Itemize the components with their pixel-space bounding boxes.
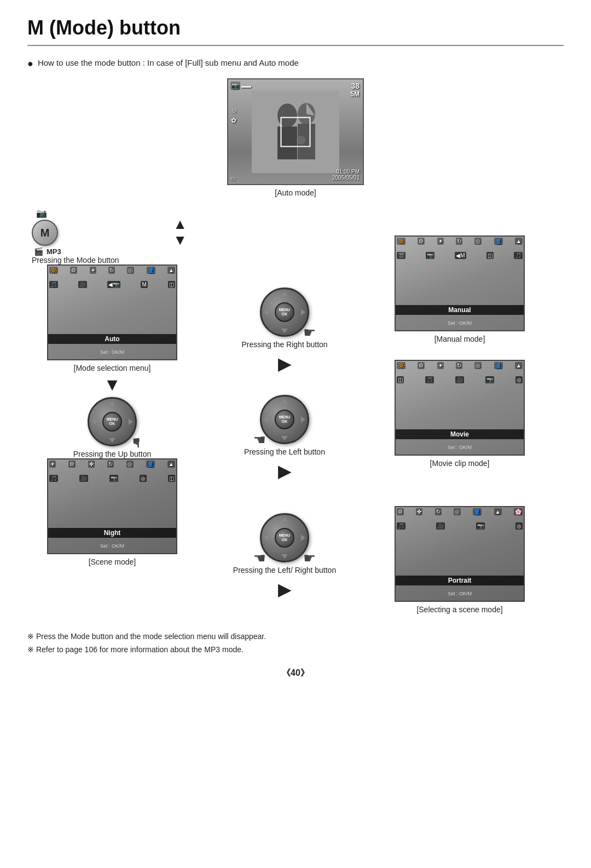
- preview-size: 5M: [350, 90, 360, 98]
- mp3-label: MP3: [47, 248, 61, 256]
- mv-icon-1: 🔆: [397, 362, 405, 369]
- preview-date: 2005/05/01: [332, 175, 360, 181]
- m-icon-e: 🎵: [514, 252, 523, 259]
- left-menu-dial: MENUOK: [260, 395, 309, 444]
- preview-bottom-info: 01:00 PM 2005/05/01: [332, 169, 360, 181]
- double-arrow-vertical: ▲ ▼: [173, 216, 187, 248]
- col-right: 🔆 ⚙ ✦ ↻ ◎ 👤 ▲ 🎬 📷 ◀M ◫ 🎵 Manual Set : OK…: [372, 208, 547, 614]
- mode-top-icons: 🔆 ⚙ ✦ ↻ ◎ 👤 ▲: [49, 267, 175, 274]
- hand-left-icon: ☛: [253, 432, 266, 449]
- set-ok-movie: Set : OK/M: [396, 445, 524, 450]
- lr-menu-ok: MENUOK: [279, 533, 291, 543]
- mv-icon-b: 🎵: [425, 376, 434, 383]
- m-icon-5: ◎: [474, 238, 482, 245]
- icon-2: ⚙: [70, 267, 77, 274]
- m-icon-1: 🔆: [397, 238, 405, 245]
- preview-top-right: 38 5M: [350, 82, 360, 98]
- arrow-up: ▲: [173, 216, 187, 232]
- mv-icon-3: ✦: [437, 362, 444, 369]
- up-button-dial-group: MENUOK ☛: [88, 397, 137, 446]
- s-icon-b: 🎥: [79, 475, 88, 482]
- mode-dial-group: 📷 M 🎬 MP3: [32, 208, 173, 256]
- preview-time: 01:00 PM: [332, 169, 360, 175]
- s-icon-1: ✦: [49, 461, 56, 468]
- page-number: 《40》: [27, 668, 564, 679]
- mode-selection-caption: [Mode selection menu]: [74, 364, 151, 372]
- portrait-label-banner: Portrait: [396, 576, 524, 585]
- mv-icon-c: 🎥: [455, 376, 464, 383]
- sel-icon-a: 🎵: [397, 522, 405, 530]
- s-icon-4: ↻: [107, 461, 114, 468]
- right-inner-circle: MENUOK: [275, 302, 294, 322]
- preview-extra-icon: ✿: [231, 117, 237, 124]
- s-icon-d: ◎: [140, 475, 147, 482]
- right-arrow-big: ▶: [278, 353, 292, 374]
- lr-dial-left: [264, 534, 268, 541]
- mode-icons-top: 📷: [36, 208, 47, 219]
- preview-sd-icon: ▭: [230, 175, 235, 181]
- mode-selection-screen: 🔆 ⚙ ✦ ↻ ◎ 👤 ▲ 🎵 🎥 ◀📷 M ◫ Auto Set : OK/M: [47, 265, 177, 360]
- col-left: 📷 M 🎬 MP3 ▲ ▼ Pressing the Mode button: [27, 208, 197, 614]
- m-icon-2: ⚙: [418, 238, 425, 245]
- sel-icon-2: ✤: [416, 508, 422, 515]
- manual-bg: [396, 237, 524, 330]
- arrow-down: ▼: [173, 232, 187, 248]
- manual-mid-icons: 🎬 📷 ◀M ◫ 🎵: [397, 252, 523, 259]
- left-dial-left: [264, 416, 268, 423]
- s-icon-a: 🎵: [49, 475, 58, 482]
- m-button-row: M: [32, 220, 58, 246]
- pressing-lr-label: Pressing the Left/ Right button: [233, 566, 336, 574]
- icon-3: ✦: [90, 267, 96, 274]
- scene-top-icons: ✦ ⚙ ✤ ↻ ◎ 👤 ▲: [49, 461, 175, 468]
- set-ok-night: Set : OK/M: [48, 543, 176, 549]
- select-scene-screen: ⚙ ✤ ↻ ◎ 👤 ▲ 🌸 🎵 🎥 📷 ◎ Portrait Set : OK/…: [395, 506, 525, 602]
- icon-4: ↻: [108, 267, 115, 274]
- right-dial-right: [301, 309, 305, 315]
- dial-left-arrow: [91, 418, 96, 425]
- mv-icon-7: ▲: [515, 362, 523, 369]
- movie-bg: [396, 361, 524, 455]
- diagram-section: 📷 M 🎬 MP3 ▲ ▼ Pressing the Mode button: [27, 208, 564, 614]
- icon-1: 🔆: [49, 267, 58, 274]
- arrow-down-icon: ▼: [103, 375, 121, 395]
- preview-battery-icon: ▬▬: [241, 83, 251, 89]
- s-icon-3: ✤: [88, 461, 95, 468]
- pressing-left-label: Pressing the Left button: [244, 447, 325, 456]
- sel-top-icons: ⚙ ✤ ↻ ◎ 👤 ▲ 🌸: [397, 508, 523, 515]
- right-menu-ok: MENUOK: [279, 308, 291, 317]
- s-icon-2: ⚙: [68, 461, 76, 468]
- s-icon-e: ◫: [168, 475, 175, 482]
- sel-icon-3: ↻: [435, 508, 442, 515]
- sel-icon-c: 📷: [476, 522, 485, 530]
- s-icon-c: 📷: [109, 475, 118, 482]
- sel-icon-5: 👤: [473, 508, 482, 515]
- video-icon: 🎬: [34, 247, 43, 256]
- mode-bottom-row: 🎬 MP3: [34, 247, 61, 256]
- left-dial-container: MENUOK ☛: [260, 395, 309, 444]
- hand-lr-left: ☛: [253, 550, 266, 567]
- intro-line: ● How to use the mode button : In case o…: [27, 58, 564, 68]
- scene-bg: [48, 459, 176, 553]
- m-icon-3: ✦: [437, 238, 444, 245]
- dial-right-arrow: [129, 418, 133, 425]
- right-arrow-big-2: ▶: [278, 461, 292, 481]
- m-icon-a: 🎬: [397, 252, 405, 259]
- intro-text: How to use the mode button : In case of …: [38, 58, 299, 67]
- m-icon-4: ↻: [456, 238, 462, 245]
- manual-top-icons: 🔆 ⚙ ✦ ↻ ◎ 👤 ▲: [397, 238, 523, 245]
- manual-mode-screen: 🔆 ⚙ ✦ ↻ ◎ 👤 ▲ 🎬 📷 ◀M ◫ 🎵 Manual Set : OK…: [395, 235, 525, 331]
- lr-inner-circle: MENUOK: [275, 528, 294, 548]
- mode-selection-bg: [48, 266, 176, 359]
- left-dial-right: [301, 416, 305, 423]
- set-ok-portrait: Set : OK/M: [396, 591, 524, 596]
- icon-b: 🎥: [78, 281, 87, 288]
- sel-icon-1: ⚙: [397, 508, 404, 515]
- note-1-text: ※ Press the Mode button and the mode sel…: [27, 630, 266, 643]
- right-arrow-big-3: ▶: [278, 579, 292, 600]
- left-inner-circle: MENUOK: [275, 410, 294, 429]
- m-icon-c: ◀M: [455, 252, 466, 259]
- mv-icon-e: ◎: [515, 376, 523, 383]
- selecting-scene-caption: [Selecting a scene mode]: [416, 605, 502, 614]
- up-dial-wrapper: MENUOK ☛: [88, 397, 137, 446]
- focus-rect: [281, 117, 311, 147]
